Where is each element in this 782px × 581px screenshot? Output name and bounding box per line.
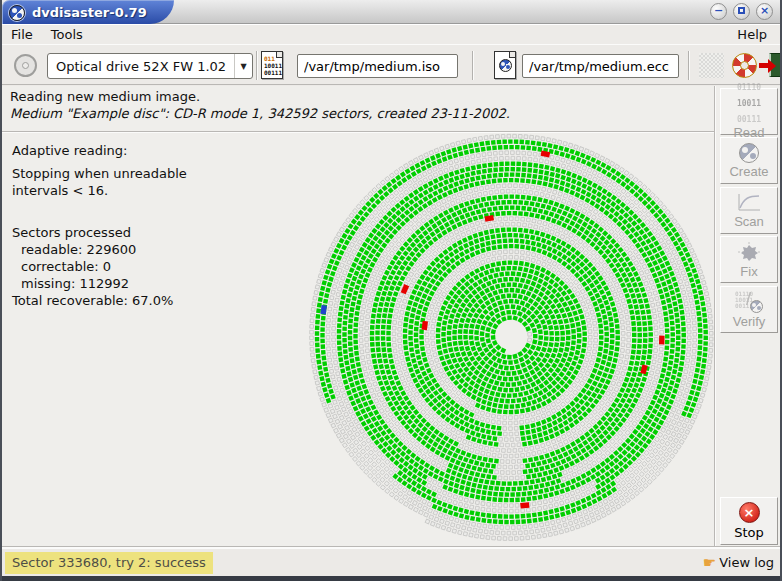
create-label: Create <box>729 164 768 179</box>
menu-tools[interactable]: Tools <box>42 26 92 43</box>
exit-arrow-icon <box>759 63 768 68</box>
fix-label: Fix <box>740 264 757 279</box>
main-area: Reading new medium image. Medium "Exampl… <box>2 86 780 546</box>
titlebar[interactable]: dvdisaster-0.79 − × <box>2 0 780 24</box>
view-log-button[interactable]: ☛ View log <box>703 552 774 574</box>
ecc-yinyang-icon <box>499 59 512 72</box>
maximize-icon <box>738 7 745 14</box>
fix-button-disabled[interactable]: Fix <box>720 236 778 283</box>
preferences-button-disabled[interactable] <box>699 53 724 78</box>
fix-patch-icon <box>736 241 762 263</box>
status-heading: Reading new medium image. <box>10 89 200 104</box>
binary-row: 01110 <box>737 84 761 92</box>
pointing-hand-icon: ☛ <box>703 552 716 574</box>
drive-selector-combobox[interactable]: Optical drive 52X FW 1.02 ▼ <box>47 53 253 79</box>
minimize-button[interactable]: − <box>710 3 727 20</box>
scan-curve-icon <box>736 193 762 213</box>
read-button-disabled[interactable]: 01110 10011 00111 Read <box>720 88 778 135</box>
toolbar-separator <box>472 51 474 80</box>
reading-mode-label: Adaptive reading: <box>12 143 127 158</box>
sectors-readable: readable: 229600 <box>12 241 173 258</box>
verify-label: Verify <box>733 314 766 329</box>
ecc-file-input[interactable] <box>522 54 679 78</box>
stopping-line2: intervals < 16. <box>12 182 187 199</box>
drive-selector-value: Optical drive 52X FW 1.02 <box>48 59 234 74</box>
verify-icon: 01110 10011 00111 / <box>735 291 763 313</box>
sectors-correctable: correctable: 0 <box>12 258 173 275</box>
app-logo-yinyang-icon <box>9 5 25 21</box>
medium-description: Medium "Example disc": CD-R mode 1, 3425… <box>10 106 510 121</box>
window-border-bottom <box>2 576 780 581</box>
sector-spiral-visualization <box>304 130 716 542</box>
iso-icon-binary-row: 00111 <box>264 69 282 76</box>
window-controls: − × <box>710 3 773 20</box>
window-title: dvdisaster-0.79 <box>32 5 147 20</box>
verify-button-disabled[interactable]: 01110 10011 00111 / Verify <box>720 286 778 333</box>
verify-yinyang-icon <box>750 300 763 313</box>
read-binary-icon: 01110 10011 00111 <box>737 84 761 124</box>
image-file-input[interactable] <box>297 54 458 78</box>
chevron-down-icon[interactable]: ▼ <box>234 54 252 78</box>
exit-button[interactable] <box>759 52 782 79</box>
drive-button[interactable] <box>9 51 41 80</box>
minimize-icon: − <box>714 4 723 17</box>
menubar: File Tools Help <box>2 24 780 44</box>
stop-label: Stop <box>734 525 764 540</box>
binary-row: 10011 <box>737 100 761 108</box>
create-button-disabled[interactable]: Create <box>720 137 778 184</box>
help-button[interactable] <box>731 52 758 79</box>
page-fold <box>276 51 283 58</box>
scan-label: Scan <box>734 214 764 229</box>
lifebuoy-icon <box>732 53 757 78</box>
divider <box>714 86 716 546</box>
stop-button[interactable]: × Stop <box>720 497 778 545</box>
toolbar-separator <box>688 51 690 80</box>
sectors-processed-panel: Sectors processed readable: 229600 corre… <box>12 224 173 309</box>
view-log-label: View log <box>719 552 774 574</box>
iso-file-icon: 011 10011 00111 <box>261 51 283 79</box>
sectors-title: Sectors processed <box>12 224 173 241</box>
close-button[interactable]: × <box>756 3 773 20</box>
title-tab: dvdisaster-0.79 <box>2 0 174 24</box>
maximize-button[interactable] <box>733 3 750 20</box>
stopping-condition: Stopping when unreadable intervals < 16. <box>12 165 187 199</box>
iso-icon-binary-row: 10011 <box>264 62 282 69</box>
binary-row: 00111 <box>737 116 761 124</box>
stopping-line1: Stopping when unreadable <box>12 165 187 182</box>
status-message: Sector 333680, try 2: success <box>5 552 213 574</box>
stop-x-icon: × <box>739 502 760 523</box>
scan-button-disabled[interactable]: Scan <box>720 187 778 234</box>
app-window: dvdisaster-0.79 − × File Tools Help Opti… <box>0 0 782 581</box>
close-icon: × <box>760 4 769 17</box>
total-recoverable: Total recoverable: 67.0% <box>12 292 173 309</box>
menu-help[interactable]: Help <box>728 26 776 43</box>
statusbar: Sector 333680, try 2: success ☛ View log <box>2 548 780 576</box>
ecc-file-icon <box>494 51 516 79</box>
toolbar: Optical drive 52X FW 1.02 ▼ 011 10011 00… <box>2 44 780 85</box>
toolbar-separator <box>256 51 258 80</box>
create-yinyang-icon <box>739 143 759 163</box>
sectors-missing: missing: 112992 <box>12 275 173 292</box>
page-fold <box>509 51 516 58</box>
cd-disc-icon <box>14 54 37 77</box>
menu-file[interactable]: File <box>2 26 42 43</box>
